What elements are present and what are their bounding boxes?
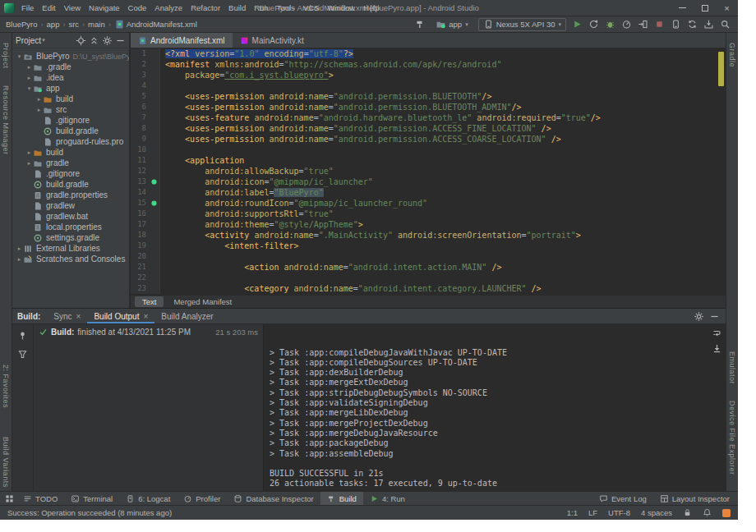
code-line-3[interactable]: 3 package="com.i_syst.bluepyro">: [131, 70, 726, 80]
lock-icon[interactable]: [683, 508, 692, 517]
tool-windows-icon[interactable]: [2, 492, 16, 505]
minimize-button[interactable]: [671, 0, 694, 16]
code-line-7[interactable]: 7 <uses-feature android:name="android.ha…: [131, 112, 726, 123]
soft-wrap-icon[interactable]: [711, 327, 722, 338]
tree-chevron-icon[interactable]: ▸: [25, 149, 33, 156]
launcher-icon-preview[interactable]: [149, 177, 160, 187]
breadcrumb-src[interactable]: src: [67, 20, 80, 29]
breadcrumb-main[interactable]: main: [87, 20, 106, 29]
code-line-9[interactable]: 9 <uses-permission android:name="android…: [131, 134, 726, 144]
tool-button-todo[interactable]: TODO: [16, 492, 64, 505]
menu-refactor[interactable]: Refactor: [187, 3, 224, 12]
tree-item-gradle-properties[interactable]: gradle.properties: [12, 190, 129, 200]
tool-button-resource-manager[interactable]: Resource Manager: [2, 85, 10, 155]
status-widget-1-1[interactable]: 1:1: [567, 508, 578, 517]
view-tab-text[interactable]: Text: [135, 296, 164, 307]
run-configuration-select[interactable]: app▾: [431, 18, 472, 31]
breadcrumb-bluepyro[interactable]: BluePyro: [5, 20, 39, 29]
debug-button[interactable]: [602, 17, 618, 31]
editor-tab-androidmanifest-xml[interactable]: AndroidManifest.xml: [131, 33, 233, 48]
launcher-icon-preview[interactable]: [149, 198, 160, 209]
code-line-12[interactable]: 12 android:allowBackup="true": [131, 166, 726, 177]
menu-code[interactable]: Code: [124, 3, 151, 12]
code-line-16[interactable]: 16 android:supportsRtl="true": [131, 209, 726, 219]
code-line-4[interactable]: 4: [131, 80, 726, 91]
tool-button-6-logcat[interactable]: 6: Logcat: [119, 492, 177, 505]
tree-item-external-libraries[interactable]: ▸External Libraries: [12, 243, 129, 254]
code-line-10[interactable]: 10: [131, 144, 726, 155]
menu-analyze[interactable]: Analyze: [150, 3, 187, 12]
tree-item-build[interactable]: ▸build: [12, 147, 129, 158]
tool-button-device-file-explorer[interactable]: Device File Explorer: [728, 401, 736, 475]
tree-item-gradlew[interactable]: gradlew: [12, 200, 129, 211]
run-button[interactable]: [569, 17, 585, 31]
settings-icon[interactable]: [693, 310, 705, 323]
tree-item-build-gradle[interactable]: build.gradle: [12, 126, 129, 136]
tool-button-build[interactable]: Build: [320, 492, 363, 505]
tool-button-terminal[interactable]: Terminal: [64, 492, 119, 505]
tree-item-gitignore[interactable]: .gitignore: [12, 168, 129, 179]
code-line-5[interactable]: 5 <uses-permission android:name="android…: [131, 91, 726, 102]
tree-chevron-icon[interactable]: ▸: [25, 75, 33, 81]
device-select[interactable]: Nexus 5X API 30▾: [478, 18, 566, 31]
code-line-18[interactable]: 18 <activity android:name=".MainActivity…: [131, 230, 726, 241]
status-widget-utf-8[interactable]: UTF-8: [608, 508, 630, 517]
code-line-1[interactable]: 1<?xml version="1.0" encoding="utf-8"?>: [131, 48, 726, 59]
tree-chevron-icon[interactable]: ▸: [16, 256, 23, 263]
tree-chevron-icon[interactable]: ▸: [35, 107, 43, 113]
search-button[interactable]: [717, 17, 733, 31]
tool-button-project[interactable]: Project: [2, 43, 10, 69]
build-console[interactable]: > Task :app:compileDebugJavaWithJavac UP…: [264, 324, 726, 491]
tree-item-bluepyro[interactable]: ▾BluePyroD:\U_syst\BluePyro-...: [12, 51, 129, 62]
device-manager-button[interactable]: [668, 17, 684, 31]
sdk-manager-button[interactable]: [701, 17, 717, 31]
build-tab-build-analyzer[interactable]: Build Analyzer: [154, 309, 219, 323]
project-panel-title[interactable]: Project: [16, 36, 41, 45]
tree-chevron-icon[interactable]: ▾: [25, 85, 33, 92]
menu-vcs[interactable]: VCS: [299, 3, 324, 12]
hammer-button[interactable]: [413, 17, 428, 31]
tool-button-layout-inspector[interactable]: Layout Inspector: [653, 492, 736, 505]
pin-icon[interactable]: [16, 329, 29, 342]
tree-item-idea[interactable]: ▸.idea: [12, 72, 129, 83]
tree-item-build[interactable]: ▸build: [12, 94, 129, 104]
tree-chevron-icon[interactable]: ▸: [25, 64, 33, 71]
tree-item-build-gradle[interactable]: build.gradle: [12, 179, 129, 190]
status-widget-lf[interactable]: LF: [588, 508, 597, 517]
breadcrumb-app[interactable]: app: [46, 20, 61, 29]
tool-button-emulator[interactable]: Emulator: [728, 351, 736, 384]
tree-item-app[interactable]: ▾app: [12, 83, 129, 94]
close-icon[interactable]: ×: [143, 312, 148, 321]
sync-gradle-button[interactable]: [685, 17, 700, 31]
build-status-row[interactable]: Build:finished at 4/13/2021 11:25 PM21 s…: [39, 328, 258, 337]
code-line-15[interactable]: 15 android:roundIcon="@mipmap/ic_launche…: [131, 198, 726, 209]
scroll-end-icon[interactable]: [711, 342, 722, 354]
code-line-11[interactable]: 11 <application: [131, 155, 726, 166]
tool-button-gradle[interactable]: Gradle: [728, 43, 736, 67]
profile-button[interactable]: [619, 17, 634, 31]
menu-run[interactable]: Run: [250, 3, 272, 12]
code-line-17[interactable]: 17 android:theme="@style/AppTheme">: [131, 219, 726, 230]
tree-item-settings-gradle[interactable]: settings.gradle: [12, 232, 129, 243]
build-tab-sync[interactable]: Sync×: [47, 309, 87, 323]
notifications-icon[interactable]: [703, 508, 712, 517]
view-tab-merged-manifest[interactable]: Merged Manifest: [166, 296, 239, 307]
tree-item-proguard-rules-pro[interactable]: proguard-rules.pro: [12, 136, 129, 147]
tree-chevron-icon[interactable]: ▸: [25, 160, 33, 167]
tool-button-database-inspector[interactable]: Database Inspector: [227, 492, 320, 505]
code-line-2[interactable]: 2<manifest xmlns:android="http://schemas…: [131, 59, 726, 70]
tree-item-gradle[interactable]: ▸gradle: [12, 158, 129, 168]
filter-icon[interactable]: [16, 348, 29, 360]
close-icon[interactable]: ×: [76, 312, 81, 321]
tree-item-gradlew-bat[interactable]: gradlew.bat: [12, 211, 129, 222]
tree-item-scratches-and-consoles[interactable]: ▸Scratches and Consoles: [12, 254, 129, 264]
warning-stripe-mark[interactable]: [718, 52, 724, 86]
apply-changes-button[interactable]: [586, 17, 602, 31]
menu-view[interactable]: View: [60, 3, 85, 12]
tree-item-local-properties[interactable]: local.properties: [12, 222, 129, 232]
tree-item-src[interactable]: ▸src: [12, 104, 129, 115]
code-line-19[interactable]: 19 <intent-filter>: [131, 241, 726, 251]
code-line-21[interactable]: 21 <action android:name="android.intent.…: [131, 262, 726, 273]
locate-icon[interactable]: [75, 34, 86, 46]
tool-button-profiler[interactable]: Profiler: [177, 492, 227, 505]
